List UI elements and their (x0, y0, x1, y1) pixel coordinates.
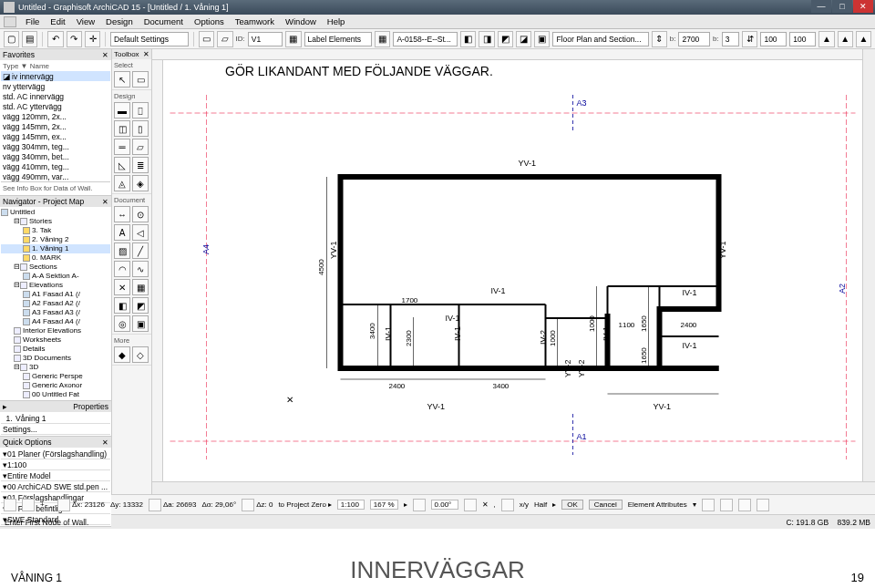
fill-tool-icon[interactable]: ▨ (114, 242, 130, 259)
menu-file[interactable]: File (20, 16, 45, 26)
favorites-close-icon[interactable]: ✕ (102, 51, 108, 59)
window-tool-icon[interactable]: ◫ (114, 120, 130, 137)
slab-tool-icon[interactable]: ▱ (132, 139, 149, 155)
cb-icon[interactable] (757, 499, 769, 511)
t-btn-b[interactable]: ◨ (479, 31, 494, 47)
menu-edit[interactable]: Edit (45, 16, 70, 26)
vertical-scrollbar[interactable] (862, 49, 875, 494)
cb-icon[interactable] (413, 499, 426, 511)
drawing-canvas[interactable]: GÖR LIKANDANT MED FÖLJANDE VÄGGAR. A3 A1… (152, 49, 875, 494)
cb-icon[interactable] (4, 499, 16, 511)
ok-button[interactable]: OK (561, 500, 583, 510)
line-tool-icon[interactable]: ╱ (132, 242, 149, 259)
arrow-tool-icon[interactable]: ↖ (114, 71, 130, 88)
tool-shape1-icon[interactable]: ▭ (199, 31, 214, 47)
nav-sections[interactable]: ⊟ Sections (1, 263, 110, 272)
stair-tool-icon[interactable]: ≣ (132, 157, 149, 173)
fav-item[interactable]: std. AC yttervägg (1, 101, 110, 111)
dim2-field[interactable]: 3 (722, 32, 739, 46)
menu-design[interactable]: Design (100, 16, 139, 26)
t-end3[interactable]: ▲ (856, 31, 871, 47)
menu-options[interactable]: Options (189, 16, 230, 26)
nav-3ddocs[interactable]: 3D Documents (1, 354, 110, 363)
door-tool-icon[interactable]: ⌷ (132, 102, 149, 119)
fav-item[interactable]: vägg 145mm, ex... (1, 131, 110, 141)
fav-item[interactable]: std. AC innervägg (1, 91, 110, 101)
fav-item[interactable]: vägg 120mm, 2x... (1, 111, 110, 121)
t-end1[interactable]: ▲ (818, 31, 834, 47)
nav-int-elev[interactable]: Interior Elevations (1, 326, 110, 335)
wall-tool-icon[interactable]: ▬ (114, 102, 130, 119)
nav-root[interactable]: Untitled (1, 208, 110, 217)
dim-icon2[interactable]: ⇵ (742, 31, 757, 47)
nav-section[interactable]: A-A Sektion A- (1, 272, 110, 281)
tool-open-icon[interactable]: ▤ (22, 31, 37, 47)
nav-story[interactable]: 3. Tak (1, 226, 110, 235)
horizontal-scrollbar[interactable] (152, 481, 875, 494)
cb-icon[interactable] (464, 499, 477, 511)
level-tool-icon[interactable]: ⊙ (132, 206, 149, 222)
cb-icon[interactable] (22, 499, 35, 511)
cb-angle[interactable]: 0.00° (431, 500, 458, 510)
minimize-button[interactable]: — (811, 0, 831, 13)
nav-3d-item[interactable]: Generic Perspe (1, 372, 110, 381)
dim3-field[interactable]: 100 (760, 32, 787, 46)
quick-row[interactable]: ▾ 01 Planer (Förslagshandling) (1, 449, 110, 459)
section-tool-icon[interactable]: ◧ (114, 297, 130, 314)
nav-stories[interactable]: ⊟ Stories (1, 217, 110, 226)
t-btn-c[interactable]: ◩ (498, 31, 513, 47)
tool-undo-icon[interactable]: ↶ (47, 31, 63, 47)
floor-combo[interactable]: Floor Plan and Section... (552, 32, 648, 46)
layer-icon[interactable]: ▦ (285, 31, 301, 47)
cb-z-icon[interactable] (242, 499, 254, 511)
fav-item[interactable]: vägg 340mm, bet... (1, 151, 110, 161)
ws-tool-icon[interactable]: ▣ (132, 315, 149, 332)
detail-tool-icon[interactable]: ◎ (114, 315, 130, 332)
quick-row[interactable]: ▾ 1:100 (1, 459, 110, 470)
cb-icon[interactable] (720, 499, 733, 511)
nav-3d-item[interactable]: Generic Axonor (1, 381, 110, 390)
cb-icon[interactable] (501, 499, 514, 511)
nav-elev[interactable]: A1 Fasad A1 (/ (1, 290, 110, 299)
cancel-button[interactable]: Cancel (589, 500, 623, 510)
t-btn-a[interactable]: ◧ (460, 31, 476, 47)
quick-close-icon[interactable]: ✕ (102, 438, 108, 447)
cb-xy-icon[interactable] (57, 499, 70, 511)
more-tool1-icon[interactable]: ◆ (114, 346, 130, 363)
elev-tool-icon[interactable]: ◩ (132, 297, 149, 314)
t-btn-d[interactable]: ◪ (516, 31, 531, 47)
object-tool-icon[interactable]: ◈ (132, 175, 149, 191)
cb-icon[interactable] (738, 499, 751, 511)
nav-story[interactable]: 0. MARK (1, 253, 110, 263)
cb-icon[interactable] (702, 499, 715, 511)
tool-pick-icon[interactable]: ✛ (85, 31, 100, 47)
t-end2[interactable]: ▲ (838, 31, 853, 47)
cb-zoom[interactable]: 167 % (370, 500, 398, 510)
text-tool-icon[interactable]: A (114, 224, 130, 241)
roof-tool-icon[interactable]: ◺ (114, 157, 130, 173)
nav-details[interactable]: Details (1, 345, 110, 354)
id-field[interactable]: V1 (248, 32, 283, 46)
menu-window[interactable]: Window (280, 16, 322, 26)
nav-worksheets[interactable]: Worksheets (1, 335, 110, 345)
toolbox-close-icon[interactable]: ✕ (143, 50, 149, 58)
spline-tool-icon[interactable]: ∿ (132, 261, 149, 277)
cut-field[interactable]: A-0158--E--St... (393, 32, 458, 46)
hotspot-tool-icon[interactable]: ✕ (114, 279, 130, 295)
nav-story-sel[interactable]: 1. Våning 1 (1, 244, 110, 253)
dim-tool-icon[interactable]: ↔ (114, 206, 130, 222)
dim4-field[interactable]: 100 (789, 32, 816, 46)
fav-item[interactable]: vägg 490mm, var... (1, 171, 110, 181)
quick-row[interactable]: ▾ Entire Model (1, 470, 110, 481)
menu-view[interactable]: View (71, 16, 100, 26)
cut-icon[interactable]: ▦ (375, 31, 390, 47)
nav-elev[interactable]: A2 Fasad A2 (/ (1, 299, 110, 308)
nav-3d-item[interactable]: 00 Untitled Fat (1, 390, 110, 399)
tool-new-icon[interactable]: ▢ (4, 31, 19, 47)
nav-elev[interactable]: A4 Fasad A4 (/ (1, 317, 110, 326)
figure-tool-icon[interactable]: ▦ (132, 279, 149, 295)
close-button[interactable]: ✕ (853, 0, 873, 13)
fav-item[interactable]: vägg 410mm, teg... (1, 161, 110, 171)
tool-shape2-icon[interactable]: ▱ (217, 31, 232, 47)
tool-redo-icon[interactable]: ↷ (67, 31, 82, 47)
